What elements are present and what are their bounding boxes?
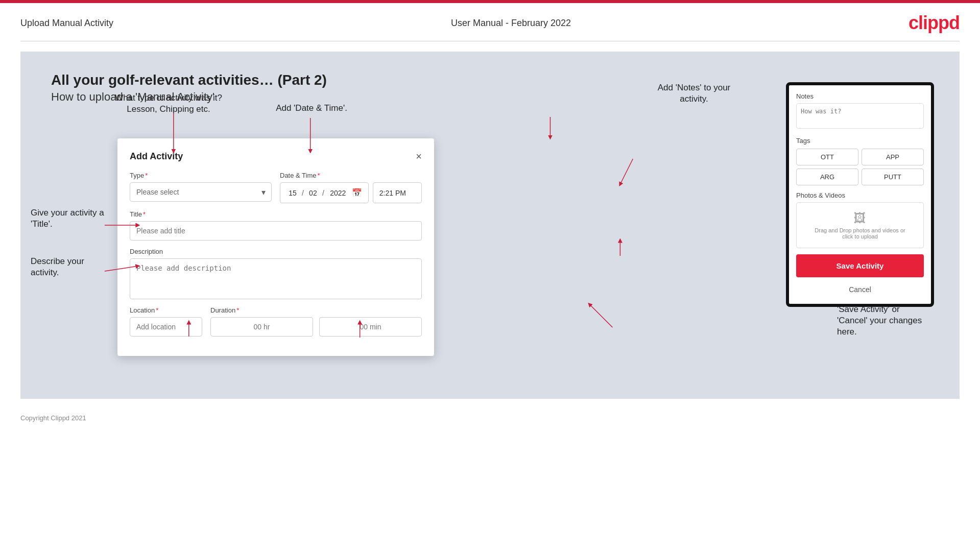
- date-day-input[interactable]: [286, 189, 299, 197]
- description-label: Description: [130, 248, 422, 255]
- tag-button-arg[interactable]: ARG: [796, 169, 858, 185]
- time-input[interactable]: [373, 182, 422, 203]
- save-activity-button[interactable]: Save Activity: [796, 254, 924, 277]
- photos-section: Photos & Videos 🖼 Drag and Drop photos a…: [796, 191, 924, 248]
- title-group: Title*: [130, 210, 422, 241]
- upload-icon: 🖼: [805, 211, 915, 225]
- datetime-label: Date & Time*: [280, 172, 422, 179]
- header-divider: [20, 41, 960, 41]
- description-textarea[interactable]: [130, 258, 422, 299]
- type-label: Type*: [130, 172, 272, 179]
- upload-text: Drag and Drop photos and videos or click…: [805, 227, 915, 239]
- page-title: Upload Manual Activity: [20, 18, 113, 29]
- duration-label: Duration*: [210, 306, 422, 314]
- photos-label: Photos & Videos: [796, 191, 924, 199]
- svg-line-9: [589, 304, 612, 327]
- tag-button-app[interactable]: APP: [862, 149, 924, 165]
- notes-label: Notes: [796, 92, 924, 100]
- tags-grid: OTTAPPARGPUTT: [796, 149, 924, 185]
- svg-line-7: [620, 159, 633, 184]
- phone-mockup: Notes Tags OTTAPPARGPUTT Photos & Videos…: [786, 82, 934, 307]
- duration-inputs: [210, 317, 422, 337]
- header: Upload Manual Activity User Manual - Feb…: [0, 3, 980, 41]
- tag-button-ott[interactable]: OTT: [796, 149, 858, 165]
- modal-title: Add Activity: [130, 151, 183, 162]
- main-content: All your golf-relevant activities… (Part…: [20, 52, 960, 399]
- title-label: Title*: [130, 210, 422, 218]
- annotation-describe: Describe your activity.: [31, 256, 107, 278]
- type-select[interactable]: Please select: [130, 182, 272, 202]
- tag-button-putt[interactable]: PUTT: [862, 169, 924, 185]
- annotation-save-cancel: 'Save Activity' or 'Cancel' your changes…: [837, 304, 949, 338]
- manual-subtitle: User Manual - February 2022: [451, 18, 571, 29]
- add-activity-modal: Add Activity × Type* Please select Date …: [117, 138, 434, 356]
- title-input[interactable]: [130, 221, 422, 241]
- duration-hr-input[interactable]: [210, 317, 313, 337]
- tags-section: Tags OTTAPPARGPUTT: [796, 137, 924, 185]
- tags-label: Tags: [796, 137, 924, 145]
- notes-textarea[interactable]: [796, 103, 924, 129]
- annotation-title: Give your activity a 'Title'.: [31, 207, 112, 230]
- location-duration-row: Location* Duration*: [130, 306, 422, 337]
- date-year-input[interactable]: [327, 189, 349, 197]
- notes-section: Notes: [796, 92, 924, 131]
- annotation-type: What type of activity was it? Lesson, Ch…: [112, 92, 225, 115]
- datetime-group: Date & Time* / / 📅: [280, 172, 422, 203]
- type-select-wrapper[interactable]: Please select: [130, 182, 272, 202]
- copyright: Copyright Clippd 2021: [20, 414, 86, 422]
- type-datetime-row: Type* Please select Date & Time* /: [130, 172, 422, 203]
- location-input[interactable]: [130, 317, 202, 337]
- footer: Copyright Clippd 2021: [0, 409, 980, 427]
- duration-min-input[interactable]: [319, 317, 422, 337]
- date-input-group[interactable]: / / 📅: [280, 182, 369, 203]
- phone-inner: Notes Tags OTTAPPARGPUTT Photos & Videos…: [789, 85, 931, 304]
- duration-group: Duration*: [210, 306, 422, 337]
- phone-panel: Notes Tags OTTAPPARGPUTT Photos & Videos…: [776, 82, 944, 307]
- logo: clippd: [909, 12, 960, 34]
- photos-upload-area[interactable]: 🖼 Drag and Drop photos and videos or cli…: [796, 202, 924, 248]
- cancel-button[interactable]: Cancel: [796, 282, 924, 297]
- modal-header: Add Activity ×: [130, 151, 422, 162]
- annotation-notes: Add 'Notes' to your activity.: [643, 82, 745, 105]
- location-group: Location*: [130, 306, 202, 337]
- location-label: Location*: [130, 306, 202, 314]
- modal-close-button[interactable]: ×: [416, 151, 422, 162]
- description-group: Description: [130, 248, 422, 299]
- type-group: Type* Please select: [130, 172, 272, 203]
- date-month-input[interactable]: [307, 189, 319, 197]
- annotation-datetime: Add 'Date & Time'.: [271, 103, 352, 114]
- calendar-icon: 📅: [352, 188, 362, 198]
